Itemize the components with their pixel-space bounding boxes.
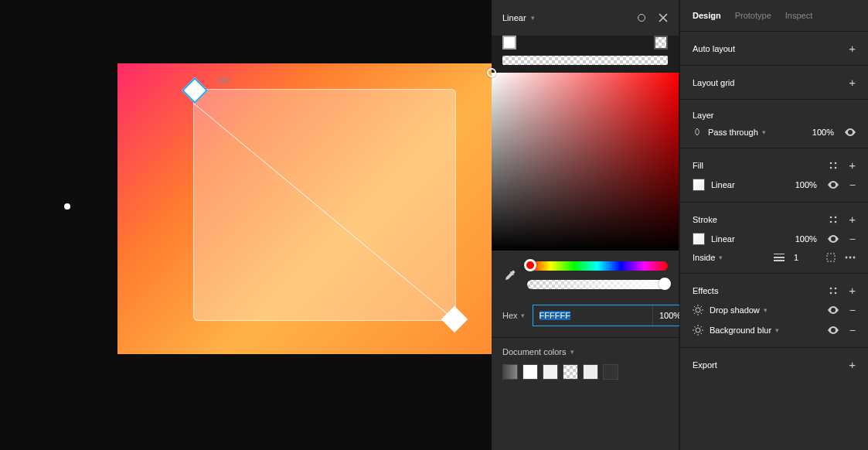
svg-point-14 (846, 257, 848, 259)
add-effect-button[interactable]: + (849, 285, 856, 296)
hue-knob[interactable] (524, 259, 536, 271)
add-export-button[interactable]: + (849, 359, 856, 370)
svg-line-29 (694, 313, 696, 315)
stroke-opacity-input[interactable]: 100% (795, 234, 817, 244)
effect-type-dropdown[interactable]: Drop shadow ▾ (710, 305, 768, 315)
remove-fill-button[interactable]: − (849, 179, 856, 191)
stroke-label: Stroke (693, 215, 717, 224)
svg-line-35 (694, 326, 696, 328)
tab-design[interactable]: Design (693, 11, 721, 20)
svg-line-27 (701, 313, 703, 315)
selection-size-label: 297 (217, 76, 231, 85)
swatch[interactable] (523, 364, 538, 380)
swatch[interactable] (502, 364, 518, 380)
add-fill-button[interactable]: + (849, 159, 856, 171)
visibility-icon[interactable] (828, 235, 839, 243)
document-color-swatches (502, 364, 668, 380)
blend-mode-dropdown[interactable]: Pass through ▾ (708, 128, 766, 137)
style-icon[interactable] (829, 215, 838, 224)
visibility-icon[interactable] (845, 128, 856, 136)
swatch[interactable] (583, 364, 598, 380)
picker-type-dropdown[interactable]: Linear (502, 13, 526, 22)
color-model-dropdown[interactable]: Hex ▾ (502, 311, 525, 320)
layer-label: Layer (693, 111, 714, 120)
effects-label: Effects (693, 286, 718, 295)
styles-icon[interactable] (637, 13, 646, 22)
swatch[interactable] (563, 364, 578, 380)
svg-point-15 (849, 257, 852, 259)
picker-header: Linear ▾ (492, 0, 679, 36)
eyedropper-icon[interactable] (502, 268, 518, 283)
add-layout-grid-button[interactable]: + (849, 77, 856, 88)
stroke-type-label: Linear (711, 234, 735, 244)
sv-cursor[interactable] (487, 68, 496, 77)
svg-point-18 (835, 287, 837, 289)
chevron-down-icon: ▾ (531, 14, 535, 22)
fill-section: Fill + Linear 100% − (680, 148, 868, 203)
effect-type-dropdown[interactable]: Background blur ▾ (710, 326, 779, 335)
svg-point-16 (853, 257, 856, 259)
style-icon[interactable] (829, 286, 838, 295)
visibility-icon[interactable] (828, 306, 839, 314)
remove-effect-button[interactable]: − (849, 324, 856, 336)
style-icon[interactable] (829, 161, 838, 170)
svg-point-8 (830, 220, 832, 223)
add-stroke-button[interactable]: + (849, 213, 856, 225)
remove-effect-button[interactable]: − (849, 304, 856, 316)
gradient-stop-2[interactable] (654, 36, 668, 49)
svg-line-37 (701, 326, 703, 328)
color-picker-panel: Linear ▾ Hex ▾ (492, 0, 679, 450)
stroke-swatch[interactable] (693, 233, 705, 245)
layout-grid-section: Layout grid + (680, 66, 868, 100)
chevron-down-icon: ▾ (521, 312, 525, 319)
fill-swatch[interactable] (693, 179, 705, 191)
remove-stroke-button[interactable]: − (849, 233, 856, 245)
effect-settings-icon[interactable] (693, 305, 703, 315)
chevron-down-icon: ▾ (570, 348, 574, 356)
stroke-width-input[interactable] (794, 253, 817, 262)
canvas-marker-dot (64, 203, 70, 210)
svg-point-21 (696, 308, 700, 312)
canvas[interactable]: 297 (0, 0, 492, 450)
svg-rect-11 (774, 257, 785, 258)
svg-point-1 (638, 15, 645, 22)
gradient-track[interactable] (502, 56, 668, 65)
layer-opacity-input[interactable]: 100% (812, 128, 834, 137)
svg-point-6 (830, 216, 832, 218)
gradient-stops-editor[interactable] (492, 36, 679, 73)
hue-slider[interactable] (527, 261, 668, 271)
svg-point-2 (830, 162, 832, 164)
svg-point-4 (830, 166, 832, 169)
svg-line-38 (694, 333, 696, 335)
alpha-knob[interactable] (659, 278, 671, 290)
fill-opacity-input[interactable]: 100% (795, 180, 817, 189)
alpha-slider[interactable] (527, 280, 668, 289)
frame-gradient[interactable]: 297 (117, 63, 492, 354)
tab-inspect[interactable]: Inspect (785, 11, 812, 20)
chevron-down-icon: ▾ (719, 254, 723, 261)
visibility-icon[interactable] (828, 326, 839, 334)
svg-point-7 (835, 216, 837, 218)
stroke-sides-icon[interactable] (826, 253, 836, 262)
tab-prototype[interactable]: Prototype (735, 11, 771, 20)
svg-point-9 (835, 220, 837, 223)
svg-rect-10 (774, 254, 785, 254)
swatch[interactable] (603, 364, 618, 380)
export-section: Export + (680, 348, 868, 381)
add-auto-layout-button[interactable]: + (849, 43, 856, 54)
hex-input[interactable] (533, 305, 652, 326)
stroke-position-dropdown[interactable]: Inside ▾ (693, 253, 723, 262)
chevron-down-icon: ▾ (762, 128, 766, 136)
export-label: Export (693, 360, 717, 370)
gradient-axis-line (194, 90, 455, 320)
close-icon[interactable] (659, 13, 668, 22)
saturation-value-field[interactable] (492, 73, 679, 251)
swatch[interactable] (543, 364, 558, 380)
effect-settings-icon[interactable] (693, 325, 703, 336)
visibility-icon[interactable] (828, 181, 839, 189)
layer-section: Layer Pass through ▾ 100% (680, 100, 868, 148)
selected-rectangle[interactable]: 297 (193, 89, 456, 321)
document-colors-toggle[interactable]: Document colors ▾ (502, 347, 668, 356)
more-options-icon[interactable] (845, 256, 856, 259)
gradient-stop-1[interactable] (502, 36, 516, 49)
